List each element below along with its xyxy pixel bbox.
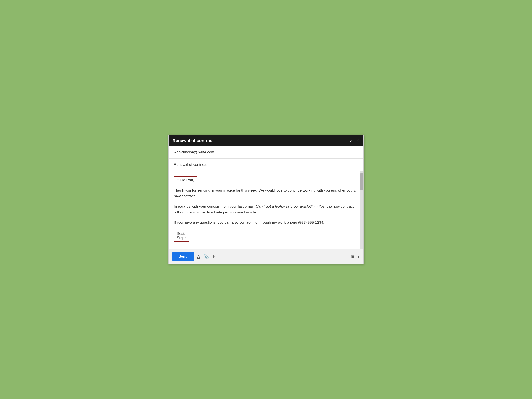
email-paragraph-1: Thank you for sending in your invoice fo… — [174, 187, 358, 199]
minimize-button[interactable]: — — [342, 139, 346, 143]
more-button[interactable]: + — [212, 254, 215, 259]
to-address: RonPrincipe@iwrite.com — [174, 150, 214, 154]
format-text-button[interactable]: A — [197, 254, 200, 259]
email-compose-body: RonPrincipe@iwrite.com Renewal of contra… — [169, 146, 363, 264]
to-field[interactable]: RonPrincipe@iwrite.com — [169, 146, 363, 158]
subject-text: Renewal of contract — [174, 163, 206, 167]
signature-text: Best, Steph — [177, 232, 186, 240]
delete-button[interactable]: 🗑 — [350, 254, 355, 259]
email-paragraph-3: If you have any questions, you can also … — [174, 220, 358, 225]
subject-field[interactable]: Renewal of contract — [169, 158, 363, 171]
email-compose-window: Renewal of contract — ⤢ ✕ RonPrincipe@iw… — [168, 135, 364, 264]
scrollbar-thumb[interactable] — [360, 173, 363, 190]
compose-toolbar: Send A 📎 + 🗑 ▾ — [169, 249, 363, 264]
maximize-button[interactable]: ⤢ — [349, 139, 353, 143]
greeting-text: Hello Ron, — [177, 178, 194, 182]
send-button[interactable]: Send — [172, 252, 194, 261]
more-options-button[interactable]: ▾ — [357, 254, 360, 259]
window-title: Renewal of contract — [172, 138, 214, 143]
toolbar-right: 🗑 ▾ — [350, 254, 360, 259]
email-paragraph-2: In regards with your concern from your l… — [174, 203, 358, 215]
scrollbar[interactable] — [360, 171, 363, 249]
email-content-area[interactable]: Hello Ron, Thank you for sending in your… — [169, 171, 363, 249]
titlebar: Renewal of contract — ⤢ ✕ — [169, 135, 363, 146]
signature-box: Best, Steph — [174, 230, 190, 242]
greeting-box: Hello Ron, — [174, 176, 197, 184]
close-button[interactable]: ✕ — [356, 139, 360, 143]
window-controls: — ⤢ ✕ — [342, 139, 360, 143]
trash-icon: 🗑 — [350, 254, 355, 259]
attach-button[interactable]: 📎 — [203, 254, 209, 259]
